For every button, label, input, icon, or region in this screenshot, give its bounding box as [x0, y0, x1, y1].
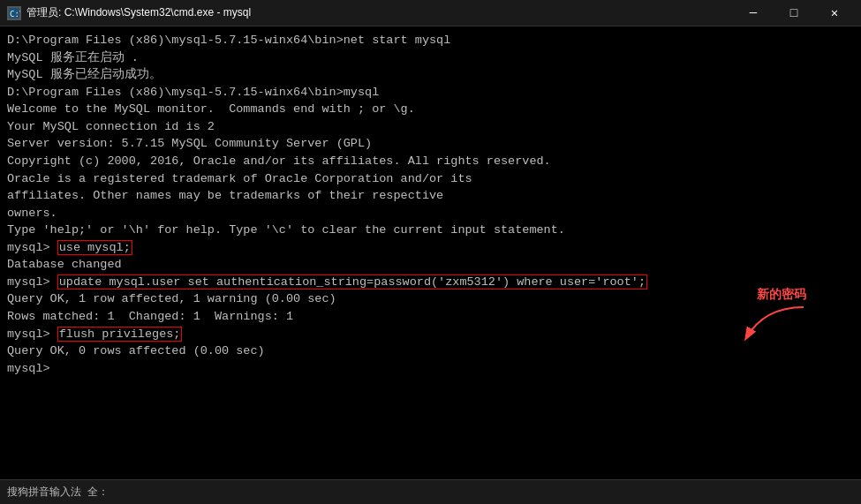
terminal-line: mysql> [7, 360, 854, 378]
titlebar: C:\ 管理员: C:\Windows\System32\cmd.exe - m… [0, 0, 861, 26]
terminal-line: MySQL 服务正在启动 . [7, 49, 854, 67]
terminal-line: Rows matched: 1 Changed: 1 Warnings: 1 [7, 308, 854, 326]
terminal-line: affiliates. Other names may be trademark… [7, 187, 854, 205]
terminal-content: D:\Program Files (x86)\mysql-5.7.15-winx… [0, 26, 861, 479]
use-mysql-command: use mysql; [57, 240, 132, 255]
terminal-line: Copyright (c) 2000, 2016, Oracle and/or … [7, 153, 854, 170]
terminal-line: Your MySQL connection id is 2 [7, 118, 854, 136]
close-button[interactable]: ✕ [815, 1, 854, 26]
terminal-line: mysql> update mysql.user set authenticat… [7, 274, 854, 291]
annotation-container: 新的密码 [737, 285, 817, 347]
terminal-line: Query OK, 0 rows affected (0.00 sec) [7, 342, 854, 360]
terminal-line: Welcome to the MySQL monitor. Commands e… [7, 101, 854, 118]
terminal-line: Query OK, 1 row affected, 1 warning (0.0… [7, 290, 854, 308]
minimize-button[interactable]: ─ [734, 1, 773, 26]
cmd-icon: C:\ [7, 6, 21, 20]
terminal-line: mysql> flush privileges; [7, 326, 854, 343]
flush-command: flush privileges; [57, 327, 183, 342]
svg-text:C:\: C:\ [10, 10, 20, 19]
terminal-line: Database changed [7, 256, 854, 274]
terminal-line: Type 'help;' or '\h' for help. Type '\c'… [7, 222, 854, 239]
terminal-line: owners. [7, 205, 854, 222]
annotation-text: 新的密码 [757, 285, 806, 303]
terminal-line: mysql> use mysql; [7, 239, 854, 257]
maximize-button[interactable]: □ [774, 1, 813, 26]
ime-status: 搜狗拼音输入法 全： [7, 485, 109, 500]
terminal-line: D:\Program Files (x86)\mysql-5.7.15-winx… [7, 84, 854, 102]
terminal-line: Server version: 5.7.15 MySQL Community S… [7, 135, 854, 153]
terminal-line: Oracle is a registered trademark of Orac… [7, 170, 854, 188]
annotation-arrow [737, 303, 817, 347]
titlebar-controls: ─ □ ✕ [734, 1, 854, 26]
titlebar-title: 管理员: C:\Windows\System32\cmd.exe - mysql [26, 5, 251, 20]
titlebar-left: C:\ 管理员: C:\Windows\System32\cmd.exe - m… [7, 5, 251, 20]
update-command: update mysql.user set authentication_str… [57, 275, 647, 290]
terminal-line: D:\Program Files (x86)\mysql-5.7.15-winx… [7, 32, 854, 49]
statusbar: 搜狗拼音输入法 全： [0, 479, 861, 504]
terminal-line: MySQL 服务已经启动成功。 [7, 66, 854, 84]
